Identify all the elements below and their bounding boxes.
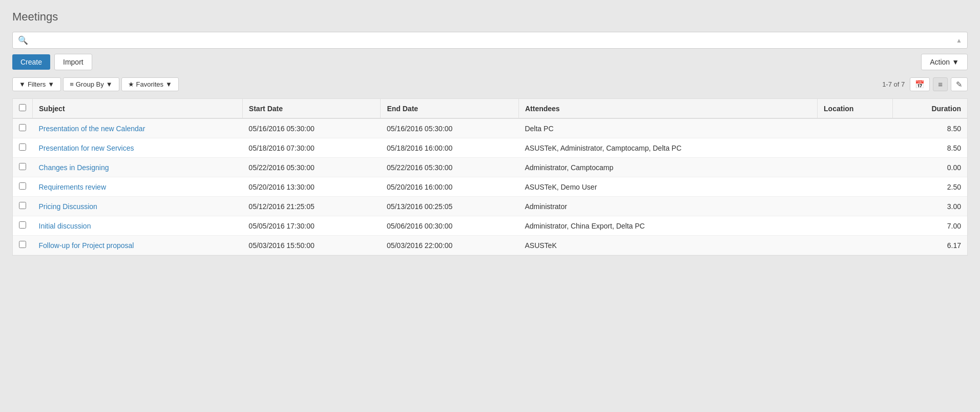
meetings-table-container: Subject Start Date End Date Attendees Lo… bbox=[12, 98, 968, 256]
row-checkbox-cell[interactable] bbox=[13, 216, 33, 236]
calendar-view-button[interactable]: 📅 bbox=[910, 77, 930, 91]
action-chevron-icon: ▼ bbox=[952, 58, 959, 66]
row-checkbox[interactable] bbox=[19, 182, 26, 190]
row-attendees: Administrator, China Export, Delta PC bbox=[518, 216, 817, 236]
favorites-button[interactable]: ★ Favorites ▼ bbox=[121, 77, 179, 91]
row-checkbox-cell[interactable] bbox=[13, 236, 33, 255]
row-checkbox[interactable] bbox=[19, 241, 26, 248]
filters-chevron-icon: ▼ bbox=[48, 80, 54, 88]
filter-row: ▼ Filters ▼ ≡ Group By ▼ ★ Favorites ▼ 1… bbox=[12, 74, 968, 94]
row-checkbox-cell[interactable] bbox=[13, 118, 33, 138]
row-end-date: 05/03/2016 22:00:00 bbox=[381, 236, 519, 255]
table-row: Presentation for new Services05/18/2016 … bbox=[13, 138, 967, 158]
edit-view-button[interactable]: ✎ bbox=[951, 77, 968, 91]
row-end-date: 05/13/2016 00:25:05 bbox=[381, 197, 519, 216]
row-duration: 3.00 bbox=[893, 197, 967, 216]
meetings-table: Subject Start Date End Date Attendees Lo… bbox=[13, 99, 967, 255]
row-checkbox[interactable] bbox=[19, 163, 26, 170]
row-attendees: Administrator bbox=[518, 197, 817, 216]
row-end-date: 05/16/2016 05:30:00 bbox=[381, 118, 519, 138]
row-start-date: 05/05/2016 17:30:00 bbox=[242, 216, 381, 236]
table-row: Initial discussion05/05/2016 17:30:0005/… bbox=[13, 216, 967, 236]
row-start-date: 05/18/2016 07:30:00 bbox=[242, 138, 381, 158]
row-attendees: ASUSTeK, Demo User bbox=[518, 177, 817, 197]
row-checkbox[interactable] bbox=[19, 143, 26, 151]
row-end-date: 05/18/2016 16:00:00 bbox=[381, 138, 519, 158]
row-end-date: 05/22/2016 05:30:00 bbox=[381, 158, 519, 177]
row-attendees: Delta PC bbox=[518, 118, 817, 138]
search-chevron-icon[interactable]: ▲ bbox=[956, 37, 962, 44]
row-location bbox=[818, 236, 893, 255]
select-all-checkbox-header[interactable] bbox=[13, 99, 33, 118]
row-start-date: 05/12/2016 21:25:05 bbox=[242, 197, 381, 216]
row-location bbox=[818, 138, 893, 158]
table-header-row: Subject Start Date End Date Attendees Lo… bbox=[13, 99, 967, 118]
row-subject[interactable]: Presentation for new Services bbox=[33, 138, 243, 158]
list-icon: ≡ bbox=[938, 80, 943, 89]
search-icon: 🔍 bbox=[18, 35, 28, 45]
col-header-location: Location bbox=[818, 99, 893, 118]
table-row: Presentation of the new Calendar05/16/20… bbox=[13, 118, 967, 138]
filters-button[interactable]: ▼ Filters ▼ bbox=[12, 77, 61, 91]
row-subject[interactable]: Changes in Designing bbox=[33, 158, 243, 177]
create-button[interactable]: Create bbox=[12, 54, 50, 70]
group-by-button[interactable]: ≡ Group By ▼ bbox=[63, 77, 119, 91]
row-subject[interactable]: Initial discussion bbox=[33, 216, 243, 236]
row-start-date: 05/03/2016 15:50:00 bbox=[242, 236, 381, 255]
list-view-button[interactable]: ≡ bbox=[933, 77, 948, 91]
edit-icon: ✎ bbox=[956, 80, 963, 89]
toolbar-right: Action ▼ bbox=[921, 54, 968, 70]
row-start-date: 05/22/2016 05:30:00 bbox=[242, 158, 381, 177]
group-by-icon: ≡ bbox=[70, 80, 74, 88]
row-checkbox-cell[interactable] bbox=[13, 197, 33, 216]
col-header-end-date: End Date bbox=[381, 99, 519, 118]
row-end-date: 05/20/2016 16:00:00 bbox=[381, 177, 519, 197]
toolbar-row: Create Import Action ▼ bbox=[12, 54, 968, 70]
row-checkbox[interactable] bbox=[19, 124, 26, 131]
col-header-duration: Duration bbox=[893, 99, 967, 118]
row-start-date: 05/16/2016 05:30:00 bbox=[242, 118, 381, 138]
row-attendees: ASUSTeK bbox=[518, 236, 817, 255]
filter-icon: ▼ bbox=[19, 80, 26, 88]
row-location bbox=[818, 118, 893, 138]
row-checkbox[interactable] bbox=[19, 221, 26, 229]
page-title: Meetings bbox=[12, 10, 968, 24]
search-bar: 🔍 ▲ bbox=[12, 32, 968, 49]
select-all-checkbox[interactable] bbox=[19, 104, 26, 111]
row-checkbox-cell[interactable] bbox=[13, 138, 33, 158]
table-row: Requirements review05/20/2016 13:30:0005… bbox=[13, 177, 967, 197]
records-count: 1-7 of 7 bbox=[882, 80, 905, 88]
row-end-date: 05/06/2016 00:30:00 bbox=[381, 216, 519, 236]
table-row: Pricing Discussion05/12/2016 21:25:0505/… bbox=[13, 197, 967, 216]
col-header-subject: Subject bbox=[33, 99, 243, 118]
row-subject[interactable]: Pricing Discussion bbox=[33, 197, 243, 216]
row-duration: 2.50 bbox=[893, 177, 967, 197]
row-subject[interactable]: Follow-up for Project proposal bbox=[33, 236, 243, 255]
row-checkbox-cell[interactable] bbox=[13, 158, 33, 177]
row-location bbox=[818, 216, 893, 236]
row-subject[interactable]: Presentation of the new Calendar bbox=[33, 118, 243, 138]
row-duration: 6.17 bbox=[893, 236, 967, 255]
filter-right: 1-7 of 7 📅 ≡ ✎ bbox=[882, 77, 968, 91]
row-location bbox=[818, 197, 893, 216]
table-row: Changes in Designing05/22/2016 05:30:000… bbox=[13, 158, 967, 177]
row-location bbox=[818, 177, 893, 197]
col-header-start-date: Start Date bbox=[242, 99, 381, 118]
favorites-chevron-icon: ▼ bbox=[165, 80, 172, 88]
col-header-attendees: Attendees bbox=[518, 99, 817, 118]
import-button[interactable]: Import bbox=[54, 54, 92, 70]
row-checkbox-cell[interactable] bbox=[13, 177, 33, 197]
row-duration: 7.00 bbox=[893, 216, 967, 236]
filter-left: ▼ Filters ▼ ≡ Group By ▼ ★ Favorites ▼ bbox=[12, 77, 179, 91]
table-row: Follow-up for Project proposal05/03/2016… bbox=[13, 236, 967, 255]
row-attendees: ASUSTeK, Administrator, Camptocamp, Delt… bbox=[518, 138, 817, 158]
toolbar-left: Create Import bbox=[12, 54, 92, 70]
row-attendees: Administrator, Camptocamp bbox=[518, 158, 817, 177]
row-subject[interactable]: Requirements review bbox=[33, 177, 243, 197]
row-start-date: 05/20/2016 13:30:00 bbox=[242, 177, 381, 197]
star-icon: ★ bbox=[128, 80, 134, 88]
action-button[interactable]: Action ▼ bbox=[921, 54, 968, 70]
row-duration: 8.50 bbox=[893, 138, 967, 158]
row-checkbox[interactable] bbox=[19, 202, 26, 209]
search-input[interactable] bbox=[31, 36, 956, 45]
